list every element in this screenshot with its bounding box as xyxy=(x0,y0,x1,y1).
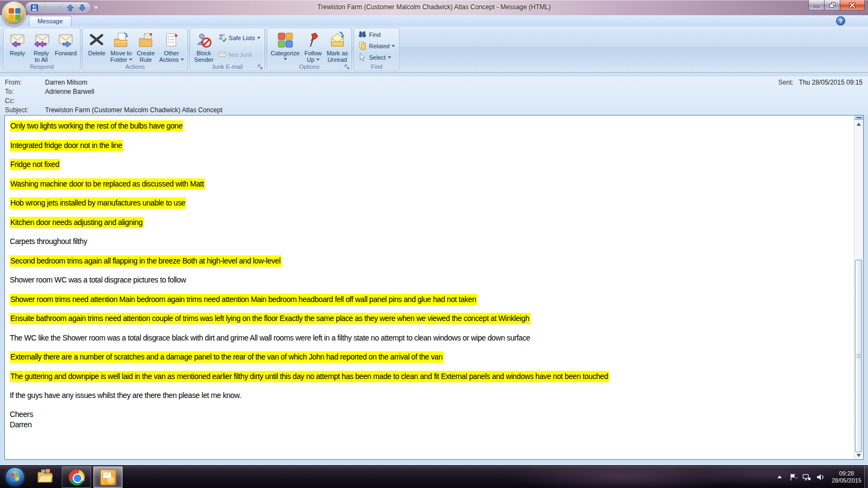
scroll-down-button[interactable] xyxy=(854,451,863,459)
dropdown-caret-icon xyxy=(392,45,395,47)
group-label-actions: Actions xyxy=(83,63,187,71)
scrollbar-split-handle[interactable] xyxy=(854,115,863,120)
volume-icon[interactable] xyxy=(816,473,825,481)
block-sender-icon xyxy=(195,30,213,50)
tab-message[interactable]: Message xyxy=(29,16,72,27)
title-bar: Trewiston Farm (Customer Malcolm Chadwic… xyxy=(0,0,868,15)
mark-as-unread-icon xyxy=(329,30,346,50)
related-button[interactable]: Related xyxy=(356,41,397,52)
categorize-button[interactable]: Categorize xyxy=(269,29,301,63)
header-row-subject: Subject: Trewiston Farm (Customer Malcol… xyxy=(0,106,868,115)
restore-button[interactable] xyxy=(824,0,840,10)
body-paragraph: Carpets throughout filthy xyxy=(10,236,847,247)
mark-as-unread-button[interactable]: Mark as Unread xyxy=(325,29,349,63)
to-value: Adrienne Barwell xyxy=(45,87,94,97)
group-find: Find Related xyxy=(354,28,399,71)
screen: Trewiston Farm (Customer Malcolm Chadwic… xyxy=(0,0,868,488)
body-text: If the guys have any issues whilst they … xyxy=(10,391,241,400)
help-button[interactable]: ? xyxy=(836,16,845,25)
email-body-content: Only two lights working the rest of the … xyxy=(10,120,847,459)
window-controls xyxy=(809,0,865,10)
message-header: From: Darren Milsom To: Adrienne Barwell… xyxy=(0,76,868,115)
scroll-up-button[interactable] xyxy=(854,120,863,128)
clock-time: 09:28 xyxy=(832,470,861,477)
group-actions: Delete Move to Folder Create xyxy=(82,28,187,71)
start-button[interactable] xyxy=(0,466,29,488)
body-paragraph: Integrated fridge door not in the line xyxy=(10,140,847,151)
safe-lists-button[interactable]: Safe Lists xyxy=(216,33,263,43)
highlighted-text: Ensuite bathroom again trims need attent… xyxy=(10,313,531,324)
find-binoculars-icon xyxy=(358,30,367,40)
taskbar-clock[interactable]: 09:28 28/05/2015 xyxy=(832,470,861,484)
delete-button[interactable]: Delete xyxy=(85,29,108,63)
other-actions-button[interactable]: Other Actions xyxy=(158,29,186,63)
sent-value: Thu 28/05/2015 09:15 xyxy=(799,79,863,86)
body-paragraph: Washing machine door to be replaced as d… xyxy=(10,178,847,190)
dropdown-caret-icon xyxy=(316,59,320,61)
to-label: To: xyxy=(5,87,45,97)
not-junk-button[interactable]: Not Junk xyxy=(216,49,263,60)
delete-icon xyxy=(88,30,105,50)
body-paragraph: If the guys have any issues whilst they … xyxy=(10,390,847,401)
minimize-button[interactable] xyxy=(808,0,825,10)
reply-to-all-button[interactable]: Reply to All xyxy=(29,29,53,63)
sent-label: Sent: xyxy=(778,79,794,86)
dropdown-caret-icon xyxy=(284,58,287,60)
customize-quick-access-icon[interactable] xyxy=(92,3,99,11)
body-text: Carpets throughout filthy xyxy=(10,237,87,246)
outlook-message-window: Trewiston Farm (Customer Malcolm Chadwic… xyxy=(0,0,868,465)
taskbar-google-chrome[interactable] xyxy=(62,466,91,488)
dialog-launcher-icon[interactable] xyxy=(344,64,350,70)
dropdown-caret-icon xyxy=(181,59,184,61)
redo-icon[interactable] xyxy=(54,3,62,12)
office-button[interactable] xyxy=(2,1,26,25)
close-button[interactable] xyxy=(840,0,865,10)
show-hidden-icons-button[interactable] xyxy=(775,473,784,481)
action-center-flag-icon[interactable] xyxy=(789,473,797,481)
reply-button[interactable]: Reply xyxy=(5,29,29,63)
highlighted-text: Integrated fridge door not in the line xyxy=(10,140,123,151)
follow-up-flag-icon xyxy=(304,30,322,50)
taskbar-file-explorer[interactable] xyxy=(30,466,60,488)
highlighted-text: Externally there are a number of scratch… xyxy=(10,351,444,363)
message-body[interactable]: Only two lights working the rest of the … xyxy=(4,115,864,460)
scrollbar-thumb[interactable] xyxy=(855,260,862,452)
body-paragraph: The guttering and downpipe is well laid … xyxy=(10,371,847,382)
subject-value: Trewiston Farm (Customer Malcolm Chadwic… xyxy=(45,106,222,115)
previous-item-icon[interactable] xyxy=(66,3,74,12)
body-paragraph: The WC like the Shower room was a total … xyxy=(10,332,847,344)
body-text: Shower room WC was a total disgrace pict… xyxy=(10,275,186,284)
system-tray: 09:28 28/05/2015 xyxy=(775,466,864,488)
group-label-find: Find xyxy=(354,63,399,71)
from-label: From: xyxy=(5,78,45,87)
ribbon: Reply Reply to All Forward xyxy=(0,27,868,73)
block-sender-button[interactable]: Block Sender xyxy=(192,29,216,63)
taskbar-outlook[interactable] xyxy=(93,466,123,488)
cc-label: Cc: xyxy=(5,97,45,106)
body-paragraph: Second bedroom trims again all flapping … xyxy=(10,255,847,267)
related-icon xyxy=(358,41,367,51)
safe-lists-icon xyxy=(218,33,227,43)
move-to-folder-button[interactable]: Move to Folder xyxy=(108,29,133,63)
create-rule-button[interactable]: Create Rule xyxy=(134,29,158,63)
network-icon[interactable] xyxy=(802,473,811,481)
dialog-launcher-icon[interactable] xyxy=(257,64,263,70)
vertical-scrollbar[interactable] xyxy=(854,115,863,459)
undo-icon[interactable] xyxy=(42,3,50,12)
body-paragraph: Ensuite bathroom again trims need attent… xyxy=(10,313,847,324)
next-item-icon[interactable] xyxy=(78,3,86,12)
dropdown-caret-icon xyxy=(257,37,260,39)
dropdown-caret-icon xyxy=(388,56,391,59)
find-button[interactable]: Find xyxy=(356,29,397,40)
highlighted-text: Hob wrong jets installed by manufactures… xyxy=(10,197,186,209)
save-icon[interactable] xyxy=(30,3,39,12)
taskbar: 09:28 28/05/2015 xyxy=(0,465,868,488)
office-logo-icon xyxy=(9,8,21,20)
follow-up-button[interactable]: Follow Up xyxy=(301,29,325,63)
select-button[interactable]: Select xyxy=(356,52,397,63)
body-paragraph: Cheers xyxy=(10,409,847,419)
show-desktop-button[interactable] xyxy=(864,466,868,488)
forward-button[interactable]: Forward xyxy=(53,29,78,63)
window-title: Trewiston Farm (Customer Malcolm Chadwic… xyxy=(163,0,705,15)
group-label-respond: Respond xyxy=(4,63,80,71)
